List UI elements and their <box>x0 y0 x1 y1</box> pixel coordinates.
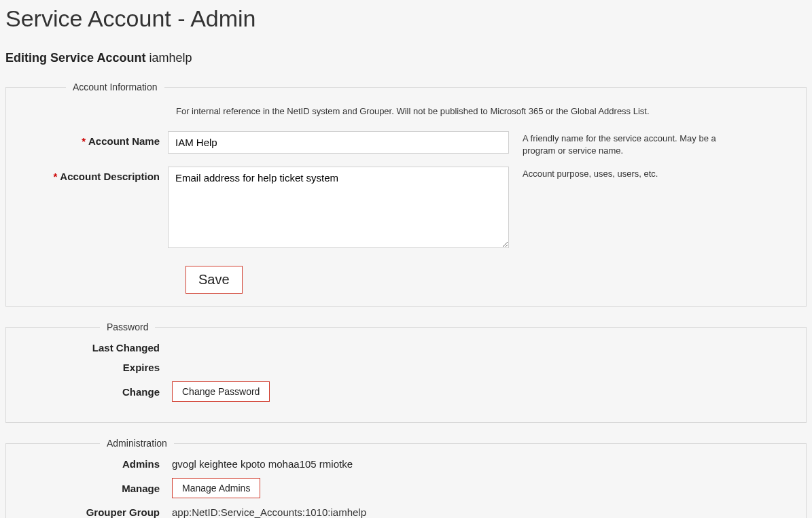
required-indicator: * <box>53 171 57 182</box>
manage-admins-button[interactable]: Manage Admins <box>172 478 260 498</box>
account-description-label: *Account Description <box>18 167 168 182</box>
subheader-label: Editing Service Account <box>5 51 145 65</box>
account-name-label: *Account Name <box>18 131 168 147</box>
change-password-button[interactable]: Change Password <box>172 381 270 402</box>
subheader-value: iamhelp <box>149 51 192 65</box>
password-fieldset: Password Last Changed Expires Change Cha… <box>5 322 807 423</box>
grouper-group-link[interactable]: app:NetID:Service_Accounts:1010:iamhelp <box>168 506 366 518</box>
account-name-input[interactable] <box>168 131 509 154</box>
required-indicator: * <box>82 135 86 147</box>
admins-label: Admins <box>18 458 168 470</box>
page-title: Service Account - Admin <box>5 5 807 32</box>
expires-label: Expires <box>18 362 168 373</box>
change-label: Change <box>18 386 168 398</box>
account-information-fieldset: Account Information For internal referen… <box>5 82 807 307</box>
administration-fieldset: Administration Admins gvogl keightee kpo… <box>5 438 807 518</box>
account-information-legend: Account Information <box>66 82 164 92</box>
admins-value: gvogl keightee kpoto mohaa105 rmiotke <box>168 458 353 470</box>
password-legend: Password <box>100 322 155 332</box>
account-description-textarea[interactable]: Email address for help ticket system <box>168 167 509 248</box>
account-info-description: For internal reference in the NetID syst… <box>176 106 794 116</box>
account-description-help: Account purpose, uses, users, etc. <box>523 167 658 180</box>
last-changed-label: Last Changed <box>18 342 168 353</box>
account-name-help: A friendly name for the service account.… <box>523 131 726 157</box>
manage-label: Manage <box>18 483 168 494</box>
administration-legend: Administration <box>100 438 174 449</box>
save-button[interactable]: Save <box>186 266 243 294</box>
grouper-group-label: Grouper Group <box>18 506 168 518</box>
subheader: Editing Service Account iamhelp <box>5 51 807 65</box>
